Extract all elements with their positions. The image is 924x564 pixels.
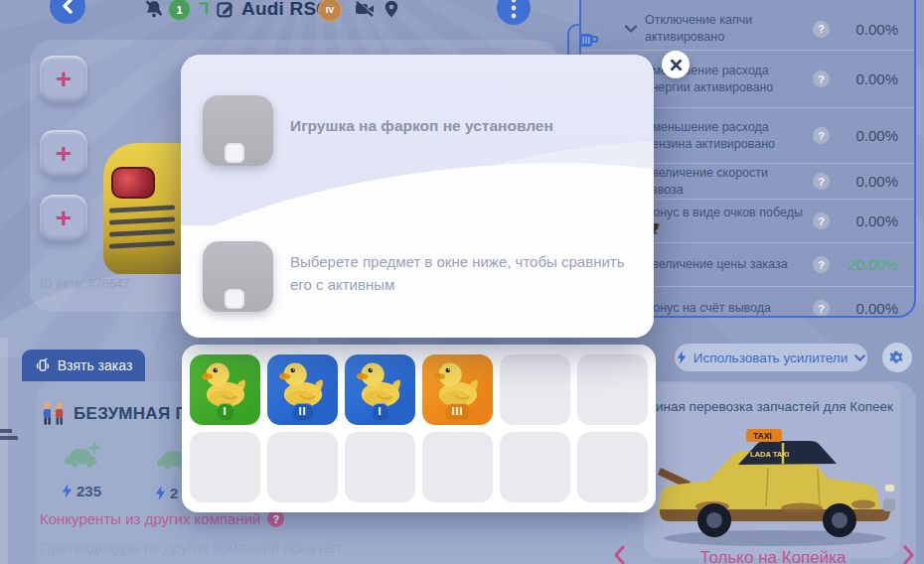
prev-arrow-button[interactable] <box>612 545 626 564</box>
bell-slash-icon[interactable] <box>145 0 164 18</box>
game-screen: + + + ID авто: #76647 1 Audi RSQ IV Откл… <box>0 0 924 564</box>
inventory-item-duck-orange[interactable]: III <box>422 354 493 425</box>
vent-slat <box>109 205 175 212</box>
booster-label: Увеличение скорости извоза <box>645 165 813 199</box>
rank-badge: IV <box>318 0 342 22</box>
lightning-icon <box>677 351 687 364</box>
active-item-placeholder <box>203 95 273 166</box>
help-icon[interactable]: ? <box>813 300 830 317</box>
taxi-roof-sign-label: TAXI <box>753 431 772 441</box>
chevron-right-icon <box>902 545 916 564</box>
footer-filter-label: Только на Копейка <box>646 548 900 564</box>
stat-value: 235 <box>77 483 101 499</box>
edge-artifact <box>0 427 26 443</box>
taxi-image: LADA TAXI TAXI <box>651 421 899 556</box>
kebab-menu-button[interactable] <box>497 0 531 25</box>
booster-value: 0.00% <box>839 300 898 317</box>
tier-badge: III <box>445 403 469 420</box>
energy-stat-1: 235 <box>62 483 101 499</box>
radio-icon <box>35 357 51 373</box>
booster-value: 20.00% <box>839 256 898 273</box>
competitors-row: Конкуренты из других компаний ? <box>40 510 284 527</box>
help-icon[interactable]: ? <box>813 212 830 229</box>
inventory-grid: IIIIIII <box>182 345 656 512</box>
vent-slat <box>109 216 175 224</box>
add-slot-button-2[interactable]: + <box>40 130 87 178</box>
left-edge-strip <box>0 338 8 564</box>
car-plus-icon <box>62 440 103 476</box>
booster-label: Отключение капчи активировано <box>645 12 813 46</box>
take-order-tab[interactable]: Взять заказ <box>22 350 145 381</box>
order-title: БЕЗУМНАЯ ПЕ <box>74 404 200 424</box>
help-icon[interactable]: ? <box>813 127 830 144</box>
chevron-down-icon[interactable] <box>625 25 641 33</box>
competitors-label: Конкуренты из других компаний <box>40 510 260 527</box>
next-arrow-button[interactable] <box>902 545 916 564</box>
tier-badge: II <box>292 403 312 420</box>
booster-value: 0.00% <box>839 70 898 87</box>
location-pin-icon[interactable] <box>385 0 398 18</box>
stat-value: 2 <box>170 485 178 501</box>
booster-value: 0.00% <box>839 212 898 229</box>
inventory-item-duck-blue[interactable]: I <box>345 354 415 425</box>
help-icon[interactable]: ? <box>813 173 830 190</box>
settings-button[interactable] <box>882 343 912 372</box>
modal-title: Игрушка на фаркоп не установлен <box>290 117 638 135</box>
level-badge: 1 <box>168 0 191 21</box>
use-boosters-label: Использовать усилители <box>693 351 847 365</box>
help-icon[interactable]: ? <box>813 21 830 38</box>
inventory-slot-empty <box>500 432 570 502</box>
compare-item-placeholder <box>203 241 273 312</box>
inventory-item-duck-blue[interactable]: II <box>267 354 338 425</box>
booster-label: Уменьшение расхода бензина активировано <box>645 119 813 153</box>
inventory-slot-empty <box>577 354 648 425</box>
booster-label: Бонус на счёт вывода <box>645 300 813 317</box>
tier-badge: I <box>217 403 232 420</box>
modal-hint: Выберете предмет в окне ниже, чтобы срав… <box>290 251 633 296</box>
inventory-slot-empty <box>577 432 648 502</box>
use-boosters-button[interactable]: Использовать усилители <box>675 344 867 371</box>
gear-icon <box>888 349 906 366</box>
close-modal-button[interactable] <box>662 51 690 78</box>
add-slot-button-3[interactable]: + <box>40 195 87 242</box>
vent-slat <box>109 228 175 236</box>
item-sub-slot <box>225 289 244 309</box>
lightning-icon <box>62 484 73 498</box>
take-order-label: Взять заказ <box>58 357 133 373</box>
inventory-slot-empty <box>267 432 338 502</box>
inventory-slot-empty <box>500 354 570 425</box>
booster-row[interactable]: Отключение капчи активировано?0.00% <box>581 8 914 50</box>
chevron-left-icon <box>612 545 626 564</box>
booster-value: 0.00% <box>839 173 898 190</box>
close-icon <box>670 59 683 71</box>
booster-label: Бонус в виде очков победы <box>645 205 813 238</box>
inventory-slot-empty <box>190 432 260 502</box>
inventory-item-duck-green[interactable]: I <box>190 354 260 425</box>
add-slot-button-1[interactable]: + <box>40 56 87 103</box>
taxi-windshield-label: LADA TAXI <box>750 450 789 459</box>
booster-value: 0.00% <box>839 127 898 144</box>
help-icon[interactable]: ? <box>267 510 284 527</box>
energy-stat-2: 2 <box>155 485 178 501</box>
passengers-icon <box>40 401 67 430</box>
vent-slat <box>109 240 175 248</box>
mug-icon <box>579 31 599 53</box>
bracket-icon[interactable] <box>199 2 209 15</box>
item-sub-slot <box>225 143 244 163</box>
video-slash-icon[interactable] <box>355 1 375 17</box>
vehicle-id-label: ID авто: #76647 <box>40 277 130 291</box>
inventory-slot-empty <box>422 432 493 502</box>
inventory-slot-empty <box>345 432 415 502</box>
edit-icon[interactable] <box>217 0 234 18</box>
kebab-dots-icon <box>511 0 517 20</box>
booster-label: Увеличение цены заказа <box>645 256 813 273</box>
lightning-icon <box>155 486 166 500</box>
competitors-empty-label: Претендендов из других компаний пока нет <box>40 539 342 556</box>
chevron-down-icon <box>854 354 865 361</box>
back-button[interactable] <box>50 0 85 24</box>
help-icon[interactable]: ? <box>813 256 830 273</box>
compare-item-modal: Игрушка на фаркоп не установлен Выберете… <box>181 55 654 338</box>
tier-badge: I <box>372 403 387 420</box>
help-icon[interactable]: ? <box>813 70 830 87</box>
order-description: иная перевозка запчастей для Копеек <box>656 399 900 414</box>
